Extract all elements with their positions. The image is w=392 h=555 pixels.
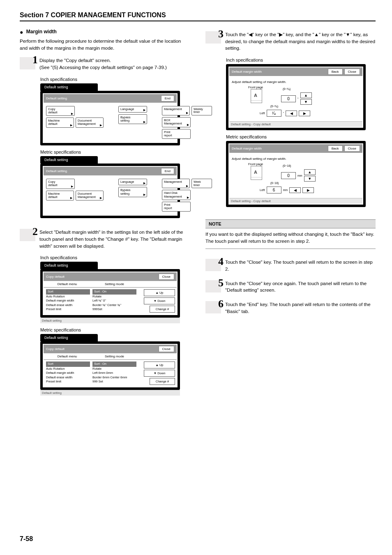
column-default-menu: Default menu — [44, 355, 91, 358]
margin-adjust-panel-metric: Default margin width Back Close Adjust d… — [226, 141, 366, 207]
intro-text: Perform the following procedure to deter… — [20, 38, 190, 51]
close-button[interactable]: Close — [344, 69, 360, 75]
right-arrow-button[interactable]: ▶ — [299, 111, 310, 116]
bypass-setting-button[interactable]: Bypass setting▶ — [118, 114, 147, 124]
change-button[interactable]: Change # — [150, 306, 175, 313]
left-arrow-button[interactable]: ◀ — [286, 111, 297, 116]
up-button[interactable]: ▲ Up — [144, 362, 175, 368]
metric-spec-label: Metric specifications — [40, 150, 190, 154]
heading-text: Margin width — [26, 29, 57, 35]
machine-default-button[interactable]: Machine default▶ — [46, 191, 74, 201]
value-list: Sort : On Rotate Left ¹⁄₂" 0" Border ¹⁄₂… — [90, 289, 136, 313]
print-report-button[interactable]: Print report — [162, 202, 191, 212]
up-arrow-button[interactable]: ▲ — [304, 169, 316, 175]
panel-header-title: Default setting — [46, 169, 159, 173]
panel-header-title: Default margin width — [232, 70, 326, 74]
down-arrow-button[interactable]: ▼ — [304, 176, 316, 182]
note-text: If you want to quit the displayed settin… — [205, 228, 376, 249]
metric-spec-label: Metric specifications — [40, 327, 190, 332]
bullet-icon: ● — [20, 29, 23, 35]
panel-header-title: Default margin width — [232, 147, 326, 150]
inch-spec-label: Inch specifications — [40, 77, 190, 82]
document-mgmt-button[interactable]: Document Management▶ — [76, 191, 104, 201]
menu-list[interactable]: Sort Auto Rotation Default margin width … — [44, 289, 90, 313]
machine-default-button[interactable]: Machine default▶ — [46, 117, 74, 128]
left-arrow-button[interactable]: ◀ — [289, 187, 301, 193]
step-3-marker: 3 — [205, 31, 221, 44]
back-button[interactable]: Back — [328, 69, 343, 75]
panel-tab: Default setting — [40, 334, 98, 341]
copy-default-button[interactable]: Copy default▶ — [46, 106, 75, 116]
range-label: (0~18) — [270, 182, 279, 184]
panel-tab: Default setting — [40, 83, 98, 91]
inch-spec-label: Inch specifications — [40, 255, 190, 260]
step-1-text: Display the "Copy default" screen. (See … — [39, 57, 167, 71]
range-label: (0~³⁄₄) — [283, 88, 291, 91]
top-value: 0 — [281, 172, 296, 179]
bypass-setting-button[interactable]: Bypass setting▶ — [118, 187, 147, 197]
down-arrow-button[interactable]: ▼ — [300, 99, 312, 105]
up-arrow-button[interactable]: ▲ — [300, 92, 312, 98]
panel-header-title: Default setting — [46, 97, 159, 100]
adjust-title: Adjust default setting of margin width. — [232, 80, 360, 84]
hard-disk-mgmt-button[interactable]: Hard Disk Management▶ — [162, 190, 191, 200]
margin-adjust-panel-inch: Default margin width Back Close Adjust d… — [226, 64, 366, 130]
status-footer: Default setting — [40, 390, 180, 396]
menu-list[interactable]: Sort Auto Rotation Default margin width … — [44, 362, 90, 385]
metric-spec-label: Metric specifications — [226, 134, 376, 139]
step-4-text: Touch the "Close" key. The touch panel w… — [225, 259, 376, 272]
copy-default-list-panel-inch: Default setting Copy default Close Defau… — [40, 262, 180, 323]
page-preview-icon — [251, 166, 262, 180]
close-button[interactable]: Close — [159, 274, 174, 280]
end-button[interactable]: End — [161, 95, 174, 101]
back-button[interactable]: Back — [328, 145, 343, 152]
step-6-marker: 6 — [205, 301, 221, 313]
step-2-marker: 2 — [20, 229, 35, 241]
down-button[interactable]: ▼ Down — [144, 370, 175, 377]
range-label: (0~18) — [283, 164, 291, 167]
language-button[interactable]: Language▶ — [118, 179, 147, 185]
step-5-marker: 5 — [205, 280, 221, 292]
language-button[interactable]: Language▶ — [118, 106, 147, 113]
panel-header-title: Copy default — [46, 347, 157, 351]
management-button[interactable]: Management▶ — [162, 179, 190, 188]
column-setting-mode: Setting mode — [91, 282, 138, 286]
panel-tab: Default setting — [40, 262, 98, 269]
adjust-title: Adjust default setting of margin width. — [232, 157, 360, 161]
note-header: NOTE — [205, 219, 376, 228]
page-preview-icon — [251, 89, 262, 103]
range-label: (0~³⁄₄) — [270, 105, 278, 108]
step-4-marker: 4 — [205, 259, 221, 271]
left-value: ¹⁄₄ — [267, 110, 281, 117]
week-timer-button[interactable]: Week timer — [191, 179, 212, 188]
weekly-timer-button[interactable]: Weekly timer — [191, 106, 212, 115]
right-arrow-button[interactable]: ▶ — [302, 187, 314, 193]
document-mgmt-button[interactable]: Document Management▶ — [76, 117, 104, 128]
copy-default-button[interactable]: Copy default▶ — [46, 179, 75, 189]
step-2-text: Select "Default margin width" in the set… — [39, 229, 190, 249]
front-page-label: Front page — [248, 85, 360, 89]
margin-width-heading: ● Margin width — [20, 29, 190, 35]
step-3-text: Touch the "◀" key or the "▶" key, and th… — [225, 31, 376, 52]
section-header: Section 7 COPIER MANAGEMENT FUNCTIONS — [20, 12, 376, 21]
end-button[interactable]: End — [161, 168, 174, 174]
down-button[interactable]: ▼ Down — [144, 297, 175, 304]
top-value: 0 — [281, 95, 296, 102]
print-report-button[interactable]: Print report — [162, 129, 191, 139]
management-button[interactable]: Management▶ — [162, 106, 190, 115]
box-mgmt-button[interactable]: BOX Management▶ — [162, 117, 191, 127]
up-button[interactable]: ▲ Up — [144, 289, 175, 296]
status-footer: Default setting - Copy default — [229, 198, 362, 204]
value-list: Sort : On Rotate Left 6mm 0mm Border 6mm… — [90, 362, 136, 385]
status-footer: Default setting - Copy default — [229, 121, 362, 127]
change-button[interactable]: Change # — [150, 378, 175, 385]
status-footer: Default setting — [40, 318, 180, 323]
default-setting-panel-inch: Default setting Default setting End Copy… — [40, 83, 180, 145]
close-button[interactable]: Close — [159, 346, 174, 352]
unit-label: mm — [297, 174, 302, 177]
copy-default-list-panel-metric: Default setting Copy default Close Defau… — [40, 334, 180, 396]
close-button[interactable]: Close — [344, 145, 360, 152]
step-1-marker: 1 — [20, 57, 35, 69]
column-setting-mode: Setting mode — [91, 355, 138, 358]
unit-label: " — [297, 97, 299, 100]
